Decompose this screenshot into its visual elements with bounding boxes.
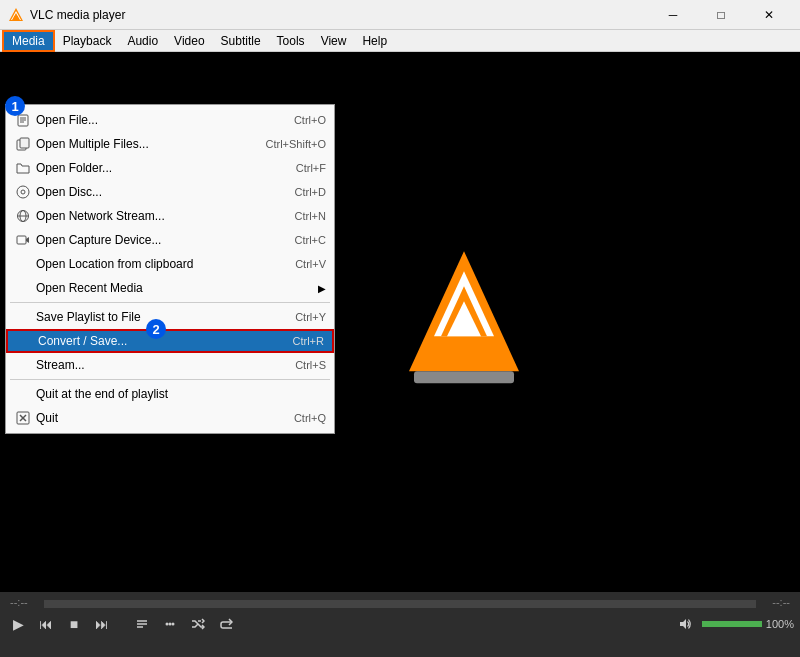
menu-stream[interactable]: Stream... Ctrl+S [6, 353, 334, 377]
open-network-label: Open Network Stream... [36, 209, 275, 223]
svg-rect-3 [14, 16, 18, 20]
svg-rect-14 [20, 138, 29, 148]
svg-rect-20 [17, 236, 26, 244]
quit-shortcut: Ctrl+Q [294, 412, 326, 424]
menu-open-network[interactable]: Open Network Stream... Ctrl+N [6, 204, 334, 228]
open-multiple-icon [14, 136, 32, 152]
menu-subtitle[interactable]: Subtitle [213, 30, 269, 52]
app-icon [8, 7, 24, 23]
volume-button[interactable] [674, 612, 698, 636]
skip-back-button[interactable]: ⏮ [34, 612, 58, 636]
convert-save-icon [16, 333, 34, 349]
open-recent-label: Open Recent Media [36, 281, 314, 295]
video-area: Open File... Ctrl+O Open Multiple Files.… [0, 52, 800, 612]
quit-label: Quit [36, 411, 274, 425]
stream-shortcut: Ctrl+S [295, 359, 326, 371]
open-capture-label: Open Capture Device... [36, 233, 275, 247]
svg-rect-8 [414, 371, 514, 383]
quit-icon [14, 410, 32, 426]
time-left: --:-- [6, 596, 32, 608]
badge-1: 1 [5, 96, 25, 116]
menu-help[interactable]: Help [354, 30, 395, 52]
controls-bar: --:-- --:-- ▶ ⏮ ■ ⏭ [0, 592, 800, 657]
play-button[interactable]: ▶ [6, 612, 30, 636]
open-capture-icon [14, 232, 32, 248]
svg-point-16 [21, 190, 25, 194]
menu-open-location[interactable]: Open Location from clipboard Ctrl+V [6, 252, 334, 276]
open-multiple-shortcut: Ctrl+Shift+O [265, 138, 326, 150]
menu-open-folder[interactable]: Open Folder... Ctrl+F [6, 156, 334, 180]
minimize-button[interactable]: ─ [650, 0, 696, 30]
menu-playback[interactable]: Playback [55, 30, 120, 52]
controls-buttons: ▶ ⏮ ■ ⏭ 100% [0, 608, 800, 640]
open-disc-shortcut: Ctrl+D [295, 186, 326, 198]
open-folder-icon [14, 160, 32, 176]
open-location-label: Open Location from clipboard [36, 257, 275, 271]
quit-end-label: Quit at the end of playlist [36, 387, 326, 401]
stream-icon [14, 357, 32, 373]
convert-save-shortcut: Ctrl+R [293, 335, 324, 347]
menu-convert-save[interactable]: Convert / Save... Ctrl+R [6, 329, 334, 353]
repeat-button[interactable] [214, 612, 238, 636]
open-file-label: Open File... [36, 113, 274, 127]
open-folder-label: Open Folder... [36, 161, 276, 175]
open-location-shortcut: Ctrl+V [295, 258, 326, 270]
playlist-button[interactable] [130, 612, 154, 636]
close-button[interactable]: ✕ [746, 0, 792, 30]
stop-button[interactable]: ■ [62, 612, 86, 636]
open-location-icon [14, 256, 32, 272]
extended-button[interactable] [158, 612, 182, 636]
stream-label: Stream... [36, 358, 275, 372]
open-recent-icon [14, 280, 32, 296]
open-file-shortcut: Ctrl+O [294, 114, 326, 126]
open-disc-icon [14, 184, 32, 200]
menu-quit-end[interactable]: Quit at the end of playlist [6, 382, 334, 406]
save-playlist-icon [14, 309, 32, 325]
skip-forward-button[interactable]: ⏭ [90, 612, 114, 636]
open-network-icon [14, 208, 32, 224]
menu-bar: Media Playback Audio Video Subtitle Tool… [0, 30, 800, 52]
open-recent-arrow: ▶ [318, 283, 326, 294]
app-title: VLC media player [30, 8, 650, 22]
maximize-button[interactable]: □ [698, 0, 744, 30]
quit-end-icon [14, 386, 32, 402]
menu-open-recent[interactable]: Open Recent Media ▶ [6, 276, 334, 300]
open-folder-shortcut: Ctrl+F [296, 162, 326, 174]
vlc-logo [399, 246, 529, 389]
svg-point-29 [169, 623, 172, 626]
separator-2 [10, 379, 330, 380]
save-playlist-shortcut: Ctrl+Y [295, 311, 326, 323]
menu-save-playlist[interactable]: Save Playlist to File Ctrl+Y [6, 305, 334, 329]
menu-video[interactable]: Video [166, 30, 212, 52]
open-multiple-label: Open Multiple Files... [36, 137, 245, 151]
svg-point-15 [17, 186, 29, 198]
svg-point-30 [172, 623, 175, 626]
menu-media[interactable]: Media [2, 30, 55, 52]
badge-2: 2 [146, 319, 166, 339]
progress-bar[interactable] [44, 600, 757, 608]
menu-open-disc[interactable]: Open Disc... Ctrl+D [6, 180, 334, 204]
shuffle-button[interactable] [186, 612, 210, 636]
volume-label: 100% [766, 618, 794, 630]
media-dropdown: Open File... Ctrl+O Open Multiple Files.… [5, 104, 335, 434]
menu-tools[interactable]: Tools [269, 30, 313, 52]
menu-audio[interactable]: Audio [119, 30, 166, 52]
window-controls: ─ □ ✕ [650, 0, 792, 30]
menu-quit[interactable]: Quit Ctrl+Q [6, 406, 334, 430]
svg-point-28 [166, 623, 169, 626]
volume-fill [702, 621, 762, 627]
open-disc-label: Open Disc... [36, 185, 275, 199]
volume-slider[interactable] [702, 621, 762, 627]
open-network-shortcut: Ctrl+N [295, 210, 326, 222]
open-capture-shortcut: Ctrl+C [295, 234, 326, 246]
title-bar: VLC media player ─ □ ✕ [0, 0, 800, 30]
separator-1 [10, 302, 330, 303]
menu-open-capture[interactable]: Open Capture Device... Ctrl+C [6, 228, 334, 252]
menu-open-file[interactable]: Open File... Ctrl+O [6, 108, 334, 132]
svg-marker-31 [680, 619, 686, 629]
menu-view[interactable]: View [313, 30, 355, 52]
menu-open-multiple[interactable]: Open Multiple Files... Ctrl+Shift+O [6, 132, 334, 156]
time-right: --:-- [768, 596, 794, 608]
